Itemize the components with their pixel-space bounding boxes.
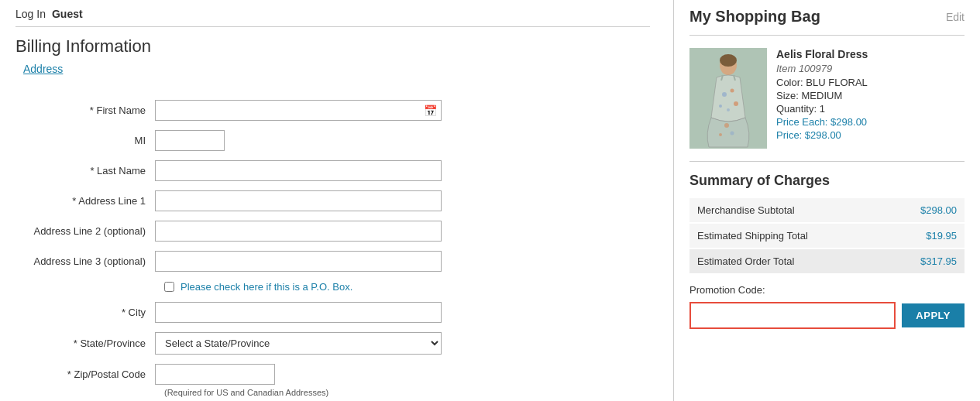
svg-point-12 [731,132,734,135]
total-value: $317.95 [885,248,965,274]
item-size: Size: MEDIUM [776,90,965,101]
summary-row-total: Estimated Order Total $317.95 [689,248,965,274]
merchandise-label: Merchandise Subtotal [689,198,885,223]
svg-point-8 [719,105,722,108]
last-name-row: * Last Name [15,160,650,181]
address-line2-label: Address Line 2 (optional) [15,225,155,237]
city-input[interactable] [155,302,442,323]
zip-input[interactable] [155,364,275,385]
mi-label: MI [15,135,155,146]
last-name-label: * Last Name [15,165,155,177]
promo-label: Promotion Code: [689,284,965,296]
summary-title: Summary of Charges [689,173,965,189]
shipping-value: $19.95 [885,223,965,248]
summary-table: Merchandise Subtotal $298.00 Estimated S… [689,198,965,275]
mi-input[interactable] [155,130,225,151]
mi-row: MI [15,130,650,151]
guest-label: Guest [52,8,83,20]
item-quantity: Quantity: 1 [776,103,965,115]
svg-point-3 [720,54,737,67]
po-box-row: Please check here if this is a P.O. Box. [164,281,650,293]
svg-point-10 [727,108,730,111]
cart-edit-link[interactable]: Edit [946,11,965,23]
item-price: Price: $298.00 [776,129,965,141]
zip-label: * Zip/Postal Code [15,368,155,380]
address-line3-row: Address Line 3 (optional) [15,251,650,272]
merchandise-value: $298.00 [885,198,965,223]
city-label: * City [15,307,155,318]
city-row: * City [15,302,650,323]
state-label: * State/Province [15,338,155,349]
total-label: Estimated Order Total [689,248,885,274]
cart-header: My Shopping Bag Edit [689,8,965,26]
address-line2-input[interactable] [155,221,442,242]
summary-divider [689,161,965,162]
cart-item: Aelis Floral Dress Item 100979 Color: BL… [689,48,965,149]
address-line3-label: Address Line 3 (optional) [15,255,155,267]
page-title: Billing Information [15,36,650,57]
first-name-label: * First Name [15,105,155,116]
promo-input-row: APPLY [689,302,965,329]
address-line1-input[interactable] [155,190,442,211]
item-name: Aelis Floral Dress [776,48,965,60]
top-nav: Log In Guest [15,8,650,27]
summary-row-shipping: Estimated Shipping Total $19.95 [689,223,965,248]
first-name-input[interactable] [155,100,442,121]
svg-point-11 [724,123,729,128]
svg-point-13 [719,133,722,136]
apply-promo-button[interactable]: APPLY [902,303,965,327]
po-box-checkbox[interactable] [164,282,174,292]
item-price-each: Price Each: $298.00 [776,116,965,128]
item-number: Item 100979 [776,63,965,74]
billing-form: * First Name 📅 MI * Last Name * Address … [15,100,650,397]
zip-row: * Zip/Postal Code [15,364,650,385]
promo-code-input[interactable] [689,302,896,329]
zip-help-text: (Required for US and Canadian Addresses) [164,388,650,397]
item-color: Color: BLU FLORAL [776,77,965,88]
left-section: Log In Guest Billing Information Address… [0,0,674,401]
state-row: * State/Province Select a State/Province [15,332,650,355]
login-link[interactable]: Log In [15,8,46,20]
cart-divider [689,35,965,36]
state-select[interactable]: Select a State/Province [155,332,442,355]
po-box-label: Please check here if this is a P.O. Box. [181,281,352,293]
address-line3-input[interactable] [155,251,442,272]
item-details: Aelis Floral Dress Item 100979 Color: BL… [776,48,965,149]
last-name-input[interactable] [155,160,442,181]
svg-point-9 [734,101,738,106]
item-image [689,48,767,149]
svg-point-7 [731,89,734,93]
address-link[interactable]: Address [23,63,63,75]
cart-title: My Shopping Bag [689,8,820,26]
first-name-row: * First Name 📅 [15,100,650,121]
address-line2-row: Address Line 2 (optional) [15,221,650,242]
shipping-label: Estimated Shipping Total [689,223,885,248]
summary-row-merchandise: Merchandise Subtotal $298.00 [689,198,965,223]
address-line1-label: * Address Line 1 [15,195,155,207]
right-section: My Shopping Bag Edit [674,0,980,401]
first-name-input-wrapper: 📅 [155,100,442,121]
promo-section: Promotion Code: APPLY [689,284,965,329]
dress-svg [689,48,767,149]
address-line1-row: * Address Line 1 [15,190,650,211]
svg-point-6 [722,92,727,97]
